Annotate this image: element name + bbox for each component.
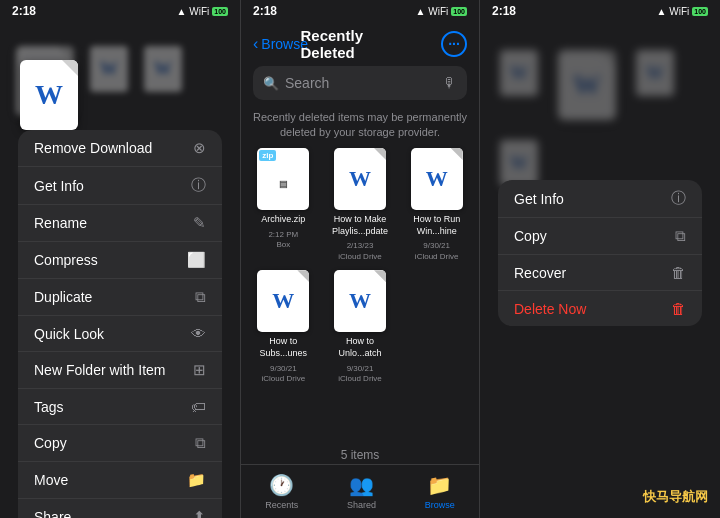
menu-item-compress[interactable]: Compress ⬜ [18, 242, 222, 279]
right-menu-label-delete-now: Delete Now [514, 301, 586, 317]
middle-status-icons: ▲ WiFi 100 [415, 6, 467, 17]
nav-bar: Browse Recently Deleted ··· [241, 22, 479, 66]
right-menu-item-get-info[interactable]: Get Info ⓘ [498, 180, 702, 218]
tab-recents-label: Recents [265, 500, 298, 510]
main-doc-icon: W [20, 60, 78, 130]
menu-label-duplicate: Duplicate [34, 289, 92, 305]
doc-file-icon-4: W [334, 270, 386, 332]
right-status-time: 2:18 [492, 4, 516, 18]
menu-icon-move: 📁 [187, 471, 206, 489]
zip-file-icon: zip ▤ [257, 148, 309, 210]
menu-item-tags[interactable]: Tags 🏷 [18, 389, 222, 425]
menu-item-remove-download[interactable]: Remove Download ⊗ [18, 130, 222, 167]
menu-item-quicklook[interactable]: Quick Look 👁 [18, 316, 222, 352]
tab-recents[interactable]: 🕐 Recents [265, 473, 298, 510]
search-icon: 🔍 [263, 76, 279, 91]
tab-shared[interactable]: 👥 Shared [347, 473, 376, 510]
tab-browse[interactable]: 📁 Browse [425, 473, 455, 510]
menu-icon-quicklook: 👁 [191, 325, 206, 342]
mic-icon: 🎙 [443, 75, 457, 91]
browse-icon: 📁 [427, 473, 452, 497]
search-bar[interactable]: 🔍 Search 🎙 [253, 66, 467, 100]
file-name-4: How to Unlo...atch [326, 336, 395, 359]
deleted-notice: Recently deleted items may be permanentl… [253, 110, 467, 141]
more-button[interactable]: ··· [441, 31, 467, 57]
middle-panel: 2:18 ▲ WiFi 100 Browse Recently Deleted … [240, 0, 480, 518]
right-menu-item-delete-now[interactable]: Delete Now 🗑 [498, 291, 702, 326]
wifi-icon: WiFi [189, 6, 209, 17]
file-meta-4: 9/30/21 iCloud Drive [338, 364, 382, 385]
file-item-0[interactable]: zip ▤ Archive.zip 2:12 PM Box [249, 148, 318, 262]
right-status-icons: ▲ WiFi 100 [656, 6, 708, 17]
right-menu-icon-get-info: ⓘ [671, 189, 686, 208]
menu-label-copy: Copy [34, 435, 67, 451]
menu-icon-tags: 🏷 [191, 398, 206, 415]
menu-icon-new-folder: ⊞ [193, 361, 206, 379]
right-status-bar: 2:18 ▲ WiFi 100 [480, 0, 720, 22]
middle-wifi-icon: WiFi [428, 6, 448, 17]
menu-label-compress: Compress [34, 252, 98, 268]
menu-label-tags: Tags [34, 399, 64, 415]
right-menu-label-get-info: Get Info [514, 191, 564, 207]
middle-status-bar: 2:18 ▲ WiFi 100 [241, 0, 479, 22]
file-name-0: Archive.zip [261, 214, 305, 226]
menu-label-rename: Rename [34, 215, 87, 231]
shared-icon: 👥 [349, 473, 374, 497]
right-signal-icon: ▲ [656, 6, 666, 17]
status-bar: 2:18 ▲ WiFi 100 [0, 0, 240, 22]
right-wifi-icon: WiFi [669, 6, 689, 17]
menu-item-move[interactable]: Move 📁 [18, 462, 222, 499]
doc-file-icon-3: W [257, 270, 309, 332]
right-battery-badge: 100 [692, 7, 708, 16]
menu-label-get-info: Get Info [34, 178, 84, 194]
menu-item-get-info[interactable]: Get Info ⓘ [18, 167, 222, 205]
menu-icon-duplicate: ⧉ [195, 288, 206, 306]
menu-item-duplicate[interactable]: Duplicate ⧉ [18, 279, 222, 316]
page-title: Recently Deleted [301, 27, 420, 61]
recents-icon: 🕐 [269, 473, 294, 497]
right-menu-icon-recover: 🗑 [671, 264, 686, 281]
menu-item-share[interactable]: Share ⬆ [18, 499, 222, 518]
tab-browse-label: Browse [425, 500, 455, 510]
menu-label-move: Move [34, 472, 68, 488]
search-input[interactable]: Search [285, 75, 437, 91]
ellipsis-icon: ··· [448, 36, 460, 52]
file-item-2[interactable]: W How to Run Win...hine 9/30/21 iCloud D… [402, 148, 471, 262]
file-meta-3: 9/30/21 iCloud Drive [262, 364, 306, 385]
tab-shared-label: Shared [347, 500, 376, 510]
menu-item-new-folder[interactable]: New Folder with Item ⊞ [18, 352, 222, 389]
tab-bar: 🕐 Recents 👥 Shared 📁 Browse [241, 464, 479, 518]
menu-label-share: Share [34, 509, 71, 518]
items-count: 5 items [241, 448, 479, 462]
left-context-menu: Remove Download ⊗ Get Info ⓘ Rename ✎ Co… [18, 130, 222, 518]
menu-icon-copy: ⧉ [195, 434, 206, 452]
menu-icon-get-info: ⓘ [191, 176, 206, 195]
right-menu-item-copy[interactable]: Copy ⧉ [498, 218, 702, 255]
back-chevron-icon [253, 35, 258, 53]
file-item-3[interactable]: W How to Subs...unes 9/30/21 iCloud Driv… [249, 270, 318, 384]
file-meta-1: 2/13/23 iCloud Drive [338, 241, 382, 262]
menu-item-rename[interactable]: Rename ✎ [18, 205, 222, 242]
signal-icon: ▲ [176, 6, 186, 17]
menu-icon-share: ⬆ [193, 508, 206, 518]
file-name-2: How to Run Win...hine [402, 214, 471, 237]
right-menu-icon-delete-now: 🗑 [671, 300, 686, 317]
left-panel: W W W 2:18 ▲ WiFi 100 W Remove Download … [0, 0, 240, 518]
doc-file-icon-1: W [334, 148, 386, 210]
middle-battery-badge: 100 [451, 7, 467, 16]
right-menu-item-recover[interactable]: Recover 🗑 [498, 255, 702, 291]
right-menu-icon-copy: ⧉ [675, 227, 686, 245]
file-item-4[interactable]: W How to Unlo...atch 9/30/21 iCloud Driv… [326, 270, 395, 384]
menu-icon-compress: ⬜ [187, 251, 206, 269]
watermark: 快马导航网 [643, 488, 708, 506]
battery-badge: 100 [212, 7, 228, 16]
menu-icon-rename: ✎ [193, 214, 206, 232]
menu-label-quicklook: Quick Look [34, 326, 104, 342]
middle-signal-icon: ▲ [415, 6, 425, 17]
right-context-menu: Get Info ⓘ Copy ⧉ Recover 🗑 Delete Now 🗑 [498, 180, 702, 326]
right-menu-label-recover: Recover [514, 265, 566, 281]
menu-label-new-folder: New Folder with Item [34, 362, 165, 378]
menu-item-copy[interactable]: Copy ⧉ [18, 425, 222, 462]
files-grid: zip ▤ Archive.zip 2:12 PM Box W How to M… [249, 148, 471, 384]
file-item-1[interactable]: W How to Make Playlis...pdate 2/13/23 iC… [326, 148, 395, 262]
